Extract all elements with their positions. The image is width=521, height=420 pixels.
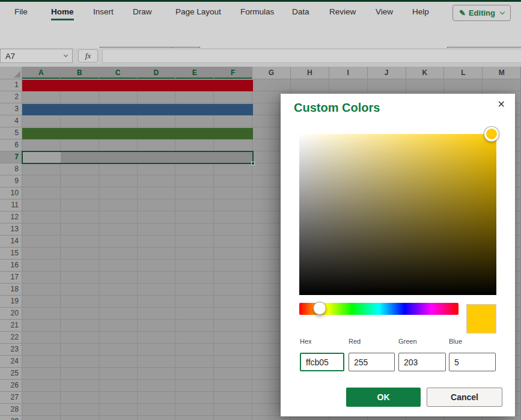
cell-A13[interactable] (22, 224, 61, 236)
cell-C21[interactable] (99, 320, 138, 332)
cell-A4[interactable] (22, 115, 61, 127)
cancel-button[interactable]: Cancel (427, 388, 502, 407)
row-header-3[interactable]: 3 (0, 103, 22, 115)
cell-D27[interactable] (138, 392, 176, 404)
cell-E25[interactable] (175, 368, 214, 380)
column-header-i[interactable]: I (329, 67, 368, 79)
cell-D25[interactable] (138, 368, 176, 380)
cell-D6[interactable] (138, 139, 176, 151)
filled-row-3[interactable] (22, 104, 253, 115)
cell-D24[interactable] (138, 356, 176, 368)
cell-E12[interactable] (175, 212, 214, 224)
cell-E29[interactable] (175, 416, 214, 420)
column-header-f[interactable]: F (214, 67, 252, 79)
cell-E16[interactable] (175, 260, 214, 272)
cell-E10[interactable] (175, 187, 214, 199)
cell-K1[interactable] (406, 79, 445, 91)
row-header-26[interactable]: 26 (0, 380, 22, 392)
column-header-m[interactable]: M (483, 67, 521, 79)
column-header-h[interactable]: H (291, 67, 329, 79)
cell-E14[interactable] (175, 236, 214, 248)
cell-H1[interactable] (291, 79, 329, 91)
cell-B16[interactable] (61, 260, 99, 272)
cell-D29[interactable] (138, 416, 176, 420)
row-header-6[interactable]: 6 (0, 139, 22, 151)
cell-E19[interactable] (175, 296, 214, 308)
row-header-16[interactable]: 16 (0, 260, 22, 272)
cell-F21[interactable] (214, 320, 252, 332)
row-header-23[interactable]: 23 (0, 344, 22, 356)
cell-E23[interactable] (175, 344, 214, 356)
cell-C26[interactable] (99, 380, 138, 392)
row-header-1[interactable]: 1 (0, 79, 22, 91)
cell-J1[interactable] (368, 79, 406, 91)
filled-row-5[interactable] (22, 128, 253, 139)
cell-F12[interactable] (214, 212, 252, 224)
cell-F26[interactable] (214, 380, 252, 392)
cell-C4[interactable] (99, 115, 138, 127)
cell-A9[interactable] (22, 175, 61, 187)
row-header-9[interactable]: 9 (0, 175, 22, 187)
cell-C16[interactable] (99, 260, 138, 272)
cell-E27[interactable] (175, 392, 214, 404)
menu-item-home[interactable]: Home (51, 2, 74, 22)
cell-E17[interactable] (175, 272, 214, 284)
menu-item-view[interactable]: View (376, 2, 393, 22)
cell-F9[interactable] (214, 175, 252, 187)
column-header-e[interactable]: E (175, 67, 214, 79)
cell-B24[interactable] (61, 356, 99, 368)
cell-B11[interactable] (61, 199, 99, 212)
editing-mode-button[interactable]: ✎ Editing (452, 5, 511, 21)
cell-D15[interactable] (138, 248, 176, 260)
cell-A26[interactable] (22, 380, 61, 392)
cell-D12[interactable] (138, 212, 176, 224)
cell-B17[interactable] (61, 272, 99, 284)
cell-B20[interactable] (61, 308, 99, 320)
select-all-corner[interactable] (0, 67, 22, 79)
column-header-a[interactable]: A (22, 67, 61, 79)
cell-A19[interactable] (22, 296, 61, 308)
cell-D22[interactable] (138, 332, 176, 344)
cell-B4[interactable] (61, 115, 99, 127)
cell-C27[interactable] (99, 392, 138, 404)
cell-D8[interactable] (138, 163, 176, 175)
cell-A18[interactable] (22, 284, 61, 296)
fill-handle[interactable] (251, 162, 255, 165)
cell-C23[interactable] (99, 344, 138, 356)
cell-F4[interactable] (214, 115, 252, 127)
cell-A27[interactable] (22, 392, 61, 404)
cell-E24[interactable] (175, 356, 214, 368)
cell-B9[interactable] (61, 175, 99, 187)
cell-A21[interactable] (22, 320, 61, 332)
cell-B27[interactable] (61, 392, 99, 404)
cell-A28[interactable] (22, 404, 61, 416)
cell-A14[interactable] (22, 236, 61, 248)
close-icon[interactable]: ✕ (498, 99, 505, 110)
cell-C17[interactable] (99, 272, 138, 284)
insert-function-button[interactable]: fx (78, 49, 98, 62)
cell-B13[interactable] (61, 224, 99, 236)
cell-B12[interactable] (61, 212, 99, 224)
cell-E20[interactable] (175, 308, 214, 320)
cell-F19[interactable] (214, 296, 252, 308)
row-header-12[interactable]: 12 (0, 212, 22, 224)
cell-F29[interactable] (214, 416, 252, 420)
cell-A10[interactable] (22, 187, 61, 199)
row-header-4[interactable]: 4 (0, 115, 22, 127)
cell-C22[interactable] (99, 332, 138, 344)
active-cell[interactable] (23, 152, 61, 163)
name-box[interactable]: A7 (0, 49, 73, 63)
cell-C2[interactable] (99, 91, 138, 103)
cell-A16[interactable] (22, 260, 61, 272)
cell-B28[interactable] (61, 404, 99, 416)
cell-D16[interactable] (138, 260, 176, 272)
cell-A6[interactable] (22, 139, 61, 151)
cell-M29[interactable] (483, 416, 521, 420)
cell-C8[interactable] (99, 163, 138, 175)
cell-D20[interactable] (138, 308, 176, 320)
cell-D23[interactable] (138, 344, 176, 356)
cell-B19[interactable] (61, 296, 99, 308)
row-header-17[interactable]: 17 (0, 272, 22, 284)
filled-row-1[interactable] (22, 80, 253, 91)
cell-F2[interactable] (214, 91, 252, 103)
